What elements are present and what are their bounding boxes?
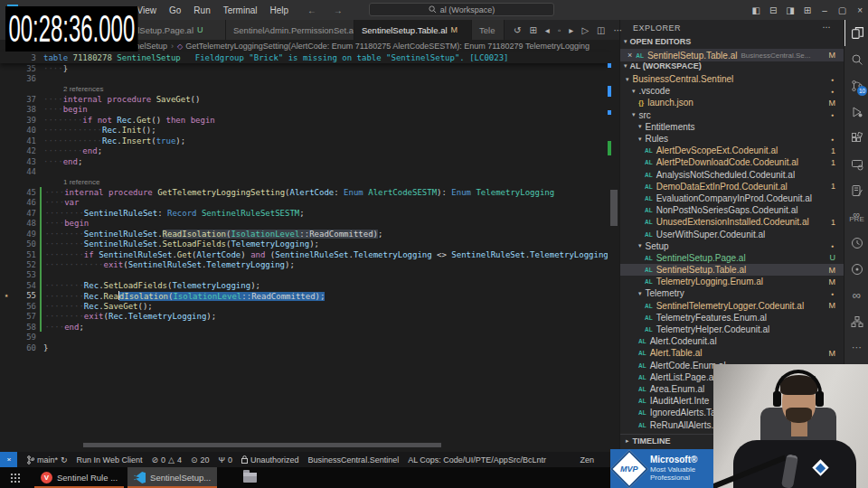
search-icon[interactable] bbox=[844, 46, 868, 72]
horizontal-scrollbar[interactable] bbox=[0, 442, 608, 448]
minimize-button[interactable]: – bbox=[822, 5, 827, 15]
sticky-scroll-line[interactable]: 3 table 71180278 SentinelSetupFieldgroup… bbox=[0, 52, 608, 63]
code-line[interactable]: 48····begin bbox=[0, 219, 608, 229]
tree-file-demodataextinprod-codeunit-al[interactable]: ALDemoDataExtInProd.Codeunit.al1 bbox=[620, 181, 844, 192]
al-cops-item[interactable]: AL Cops: Code/UI/PTE/AppSrc/BcLntr bbox=[403, 455, 551, 465]
run-debug-icon[interactable] bbox=[844, 99, 868, 125]
extension-count-item[interactable]: Ψ 0 bbox=[214, 455, 238, 465]
tree-file-telemetrylogging-enum-al[interactable]: ALTelemetryLogging.Enum.alM bbox=[620, 276, 844, 287]
code-line[interactable]: 54········Rec.SetLoadFields(TelemetryLog… bbox=[0, 280, 608, 290]
code-line[interactable]: 2 references bbox=[0, 84, 608, 94]
menu-terminal[interactable]: Terminal bbox=[217, 5, 264, 15]
project-name-item[interactable]: BusinessCentral.Sentinel bbox=[304, 455, 404, 465]
toggle-secondary-sidebar-icon[interactable]: ◨ bbox=[786, 5, 794, 15]
tree-folder-entitlements[interactable]: ▾Entitlements bbox=[620, 121, 844, 133]
horizontal-scrollbar-thumb[interactable] bbox=[83, 443, 441, 447]
more-actions-icon[interactable]: ⋯ bbox=[614, 25, 623, 35]
code-line[interactable]: 36 bbox=[0, 73, 608, 83]
git-branch-item[interactable]: main* ↻ bbox=[23, 455, 72, 465]
extensions-icon[interactable] bbox=[844, 125, 868, 151]
layout-toggle-icons[interactable]: ◧⊟◨⊞ bbox=[751, 5, 811, 15]
taskbar-item-folder[interactable] bbox=[221, 467, 263, 488]
remote-indicator[interactable]: ›‹ bbox=[0, 452, 17, 467]
code-line[interactable]: ★55········Rec.ReadIsolation(IsolationLe… bbox=[0, 291, 608, 301]
taskbar-item-vscode[interactable]: SentinelSetup... bbox=[127, 467, 217, 488]
tree-folder-telemetry[interactable]: ▾Telemetry● bbox=[620, 287, 844, 299]
tree-file-alertptedownloadcode-codeunit-al[interactable]: ALAlertPteDownloadCode.Codeunit.al1 bbox=[620, 156, 844, 168]
code-line[interactable]: 49········SentinelRuleSet.ReadIsolation(… bbox=[0, 229, 608, 239]
more-views-icon[interactable]: ⋯ bbox=[844, 334, 868, 361]
code-line[interactable]: 47········SentinelRuleSet: Record Sentin… bbox=[0, 208, 608, 218]
compare-icon[interactable]: ⊞ bbox=[529, 25, 536, 35]
explorer-icon[interactable] bbox=[844, 20, 868, 46]
azure-pipelines-icon[interactable]: ∞PRE bbox=[844, 203, 868, 230]
record-icon[interactable]: ◦ bbox=[558, 25, 561, 35]
timeline-icon[interactable]: ↺ bbox=[514, 25, 521, 35]
codelens-references[interactable]: 2 references bbox=[43, 85, 608, 93]
code-action-sparkle-icon[interactable]: ★ bbox=[0, 292, 13, 299]
tree-file-analysisnotscheduled-codeunit-al[interactable]: ALAnalysisNotScheduled.Codeunit.al bbox=[620, 169, 844, 181]
code-line[interactable]: 57········exit(Rec.TelemetryLogging); bbox=[0, 312, 608, 322]
code-line[interactable]: 1 reference bbox=[0, 177, 608, 187]
workspace-header[interactable]: ▾ AL (WORKSPACE) bbox=[624, 61, 702, 70]
tree-file-telemetryfeatures-enum-al[interactable]: ALTelemetryFeatures.Enum.al bbox=[620, 312, 844, 324]
tree-file-alertdevscopeext-codeunit-al[interactable]: ALAlertDevScopeExt.Codeunit.al1 bbox=[620, 145, 844, 156]
codelens-references[interactable]: 1 reference bbox=[43, 178, 608, 186]
performance-icon[interactable] bbox=[844, 230, 868, 256]
start-button[interactable] bbox=[0, 473, 31, 483]
code-line[interactable]: 41············Rec.Insert(true); bbox=[0, 136, 608, 145]
code-line[interactable]: 45····internal procedure GetTelemetryLog… bbox=[0, 187, 608, 197]
editor-tab[interactable]: Tele bbox=[472, 20, 505, 40]
run-in-web-client-button[interactable]: Run In Web Client bbox=[72, 455, 147, 465]
code-line[interactable]: 37····internal procedure SaveGet() bbox=[0, 94, 608, 104]
vertical-scrollbar-thumb[interactable] bbox=[610, 190, 618, 226]
code-line[interactable]: 46····var bbox=[0, 198, 608, 208]
code-line[interactable]: 56········Rec.SaveGet(); bbox=[0, 301, 608, 311]
code-line[interactable]: 43····end; bbox=[0, 156, 608, 166]
open-editor-item[interactable]: × AL SentinelSetup.Table.al BusinessCent… bbox=[620, 49, 844, 61]
code-line[interactable]: 51········if SentinelRuleSet.Get(AlertCo… bbox=[0, 249, 608, 259]
code-line[interactable]: 38····begin bbox=[0, 105, 608, 115]
command-center[interactable]: al (Workspace) bbox=[369, 3, 554, 16]
editor-tab[interactable]: SentinelAdmin.PermissionSet.alM bbox=[226, 20, 354, 40]
tree-file-telemetryhelper-codeunit-al[interactable]: ALTelemetryHelper.Codeunit.al bbox=[620, 324, 844, 335]
code-line[interactable]: 35····} bbox=[0, 63, 608, 73]
code-line[interactable]: 52············exit(SentinelRuleSet.Telem… bbox=[0, 259, 608, 269]
org-chart-icon[interactable] bbox=[844, 308, 868, 334]
tree-folder-businesscentral-sentinel[interactable]: ▾BusinessCentral.Sentinel● bbox=[620, 73, 844, 85]
info-count-item[interactable]: ⊙ 20 bbox=[186, 455, 214, 465]
tree-folder-rules[interactable]: ▾Rules● bbox=[620, 133, 844, 145]
tree-file-sentineltelemetrylogger-codeunit-al[interactable]: ALSentinelTelemetryLogger.Codeunit.alM bbox=[620, 300, 844, 312]
split-editor-icon[interactable]: ◫ bbox=[597, 25, 605, 35]
close-button[interactable]: × bbox=[857, 5, 863, 15]
tree-file-sentinelsetup-table-al[interactable]: ALSentinelSetup.Table.alM bbox=[620, 264, 844, 276]
code-line[interactable]: 40············Rec.Init(); bbox=[0, 126, 608, 136]
run-icon[interactable]: ▷ bbox=[581, 25, 589, 35]
code-line[interactable]: 58····end; bbox=[0, 322, 608, 332]
open-editors-header[interactable]: ▾ OPEN EDITORS bbox=[624, 37, 691, 46]
editor-tab[interactable]: SentinelSetup.Table.alM bbox=[354, 20, 472, 40]
remote-explorer-icon[interactable] bbox=[844, 151, 868, 177]
auth-status-item[interactable]: Unauthorized bbox=[237, 455, 304, 465]
toggle-panel-icon[interactable]: ⊟ bbox=[769, 5, 777, 15]
menu-help[interactable]: Help bbox=[264, 5, 296, 15]
tree-file-evaluationcompanyinprod-codeunit-al[interactable]: ALEvaluationCompanyInProd.Codeunit.al bbox=[620, 192, 844, 204]
code-line[interactable]: 60} bbox=[0, 343, 608, 352]
tree-file-userwithsuper-codeunit-al[interactable]: ALUserWithSuper.Codeunit.al bbox=[620, 228, 844, 239]
tree-file-alert-codeunit-al[interactable]: ALAlert.Codeunit.al bbox=[620, 335, 844, 347]
close-icon[interactable]: × bbox=[627, 51, 632, 60]
vertical-scrollbar[interactable] bbox=[608, 52, 619, 442]
problems-item[interactable]: ⊘ 0 △ 4 bbox=[146, 455, 186, 465]
code-line[interactable]: 59 bbox=[0, 332, 608, 342]
code-line[interactable]: 50········SentinelRuleSet.SetLoadFields(… bbox=[0, 239, 608, 249]
history-nav-arrows[interactable]: ← → bbox=[307, 5, 350, 15]
restore-button[interactable]: ▢ bbox=[838, 5, 846, 15]
toggle-sidebar-icon[interactable]: ◧ bbox=[751, 5, 760, 15]
tree-file-nonpostnoseriesgaps-codeunit-al[interactable]: ALNonPostNoSeriesGaps.Codeunit.al bbox=[620, 204, 844, 216]
code-editor[interactable]: 35····}362 references37····internal proc… bbox=[0, 63, 608, 352]
tree-file-alert-table-al[interactable]: ALAlert.Table.alM bbox=[620, 347, 844, 359]
tree-folder-setup[interactable]: ▾Setup● bbox=[620, 240, 844, 252]
nav-forward-icon[interactable]: ▸ bbox=[569, 25, 573, 35]
code-line[interactable]: 42········end; bbox=[0, 146, 608, 156]
customize-layout-icon[interactable]: ⊞ bbox=[804, 5, 811, 15]
